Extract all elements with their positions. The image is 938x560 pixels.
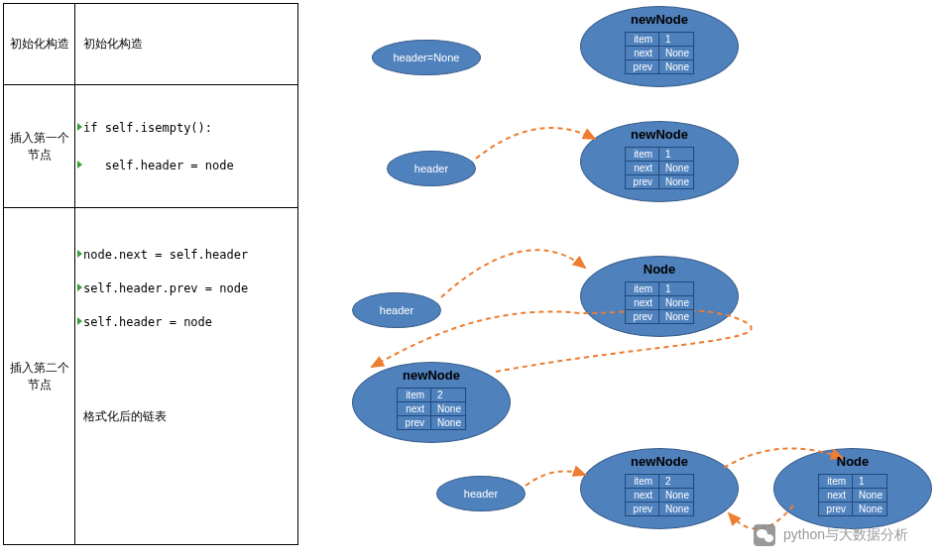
- node-fields: item1 nextNone prevNone: [625, 281, 694, 324]
- code-marker-icon: [77, 283, 82, 291]
- code-marker-icon: [77, 250, 82, 258]
- code-text: self.header.prev = node: [83, 281, 248, 295]
- row-insert-second: 插入第二个节点 node.next = self.header self.hea…: [4, 208, 297, 544]
- row-insert-first: 插入第一个节点 if self.isempty(): self.header =…: [4, 85, 297, 208]
- node-fields: item1 nextNone prevNone: [625, 32, 694, 74]
- row-first-label: 插入第一个节点: [4, 85, 75, 207]
- row-init: 初始化构造 初始化构造: [4, 4, 297, 85]
- code-marker-icon: [77, 123, 82, 131]
- node-fields: item1 nextNone prevNone: [625, 147, 694, 189]
- code-marker-icon: [77, 161, 82, 168]
- step-table: 初始化构造 初始化构造 插入第一个节点 if self.isempty(): s…: [3, 3, 298, 545]
- node-title: newNode: [580, 12, 739, 27]
- code-marker-icon: [77, 317, 82, 325]
- node-fields: item2 nextNone prevNone: [625, 474, 694, 516]
- code-line: self.header = node: [83, 315, 290, 329]
- newnode-1: newNode item1 nextNone prevNone: [580, 6, 739, 87]
- node-fields: item2 nextNone prevNone: [397, 388, 466, 430]
- code-line: self.header.prev = node: [83, 281, 290, 295]
- newnode-2: newNode item1 nextNone prevNone: [580, 121, 739, 202]
- node-1: Node item1 nextNone prevNone: [580, 256, 739, 337]
- code-line: node.next = self.header: [83, 248, 290, 262]
- code-text: node.next = self.header: [83, 248, 248, 262]
- row-second-code: node.next = self.header self.header.prev…: [75, 208, 297, 544]
- code-text: if self.isempty():: [83, 121, 212, 135]
- header-ellipse-3: header: [352, 292, 441, 328]
- watermark-text: python与大数据分析: [783, 526, 908, 544]
- header-ellipse-4: header: [436, 476, 526, 511]
- code-line: self.header = node: [83, 159, 290, 172]
- row-second-label: 插入第二个节点: [4, 208, 75, 544]
- diagram-area: header=None newNode item1 nextNone prevN…: [307, 0, 938, 560]
- code-line: if self.isempty():: [83, 121, 290, 135]
- row-first-code: if self.isempty(): self.header = node: [75, 85, 297, 207]
- code-text: self.header = node: [83, 159, 234, 172]
- watermark: python与大数据分析: [754, 524, 908, 546]
- node-title: newNode: [352, 368, 511, 383]
- header-ellipse-2: header: [387, 151, 476, 186]
- formatted-label: 格式化后的链表: [83, 408, 290, 425]
- node-title: Node: [773, 454, 932, 469]
- header-none-ellipse: header=None: [372, 40, 481, 75]
- row-init-desc: 初始化构造: [75, 4, 297, 84]
- init-desc-text: 初始化构造: [83, 36, 290, 53]
- node-title: Node: [580, 262, 739, 277]
- node-title: newNode: [580, 127, 739, 142]
- newnode-4: newNode item2 nextNone prevNone: [580, 448, 739, 529]
- newnode-3: newNode item2 nextNone prevNone: [352, 362, 511, 443]
- wechat-icon: [754, 524, 775, 546]
- row-init-label: 初始化构造: [4, 4, 75, 84]
- node-fields: item1 nextNone prevNone: [818, 474, 887, 516]
- node-4: Node item1 nextNone prevNone: [773, 448, 932, 529]
- code-text: self.header = node: [83, 315, 212, 329]
- node-title: newNode: [580, 454, 739, 469]
